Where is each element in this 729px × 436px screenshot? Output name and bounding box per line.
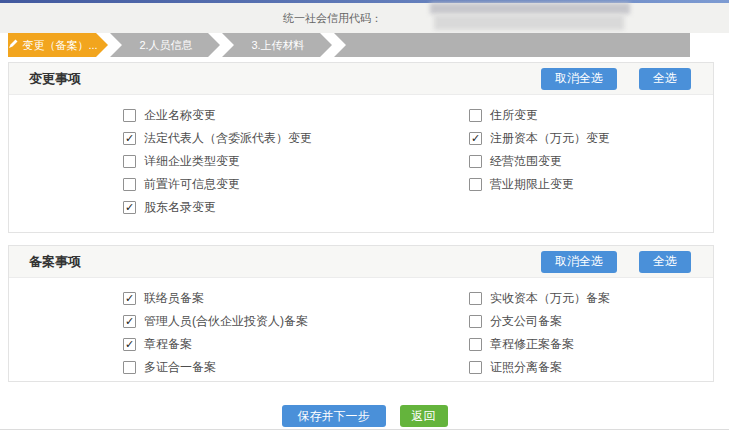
checkbox-item[interactable]: 法定代表人（含委派代表）变更 <box>123 127 469 150</box>
checkbox-label: 联络员备案 <box>144 290 204 307</box>
cancel-select-all-button[interactable]: 取消全选 <box>541 251 617 273</box>
checkbox-item[interactable]: 联络员备案 <box>123 287 469 310</box>
section-header: 备案事项 取消全选 全选 <box>9 246 713 278</box>
checkbox-item[interactable]: 章程备案 <box>123 333 469 356</box>
checkbox-item[interactable]: 证照分离备案 <box>469 356 610 379</box>
checkbox-item[interactable]: 分支公司备案 <box>469 310 610 333</box>
cancel-select-all-button[interactable]: 取消全选 <box>541 68 617 90</box>
checkbox[interactable] <box>469 132 482 145</box>
checkbox-label: 章程备案 <box>144 336 192 353</box>
checkbox-item[interactable]: 注册资本（万元）变更 <box>469 127 610 150</box>
checkbox[interactable] <box>123 178 136 191</box>
checkbox-item[interactable]: 前置许可信息变更 <box>123 173 469 196</box>
checkbox[interactable] <box>469 315 482 328</box>
bottom-divider <box>0 429 729 430</box>
checkbox-label: 经营范围变更 <box>490 153 562 170</box>
step-wizard: 变更（备案）... 2.人员信息 3.上传材料 <box>8 33 690 57</box>
checkbox-item[interactable]: 多证合一备案 <box>123 356 469 379</box>
redacted-credit-code-value <box>434 15 624 30</box>
checkbox-label: 企业名称变更 <box>144 107 216 124</box>
credit-code-label: 统一社会信用代码： <box>283 11 382 26</box>
checkbox[interactable] <box>123 132 136 145</box>
checkbox[interactable] <box>123 201 136 214</box>
checkbox[interactable] <box>469 109 482 122</box>
checkbox[interactable] <box>123 315 136 328</box>
checkbox-item[interactable]: 详细企业类型变更 <box>123 150 469 173</box>
page-header: 统一社会信用代码： <box>0 3 729 33</box>
checkbox-item[interactable]: 实收资本（万元）备案 <box>469 287 610 310</box>
checkbox-label: 管理人员(合伙企业投资人)备案 <box>144 313 308 330</box>
checkbox[interactable] <box>123 109 136 122</box>
checkbox-label: 分支公司备案 <box>490 313 562 330</box>
checkbox-label: 章程修正案备案 <box>490 336 574 353</box>
step-label: 2.人员信息 <box>139 38 192 53</box>
checkbox-item[interactable]: 企业名称变更 <box>123 104 469 127</box>
back-button[interactable]: 返回 <box>400 405 448 427</box>
checkbox[interactable] <box>123 338 136 351</box>
select-all-button[interactable]: 全选 <box>639 251 691 273</box>
step-3-upload-materials[interactable]: 3.上传材料 <box>222 33 332 57</box>
checkbox[interactable] <box>469 338 482 351</box>
section-change-items: 变更事项 取消全选 全选 企业名称变更 法定代表人（含委派代表）变更 详细企业类… <box>8 62 714 233</box>
pencil-icon <box>8 39 18 51</box>
checkbox-label: 实收资本（万元）备案 <box>490 290 610 307</box>
section-body: 企业名称变更 法定代表人（含委派代表）变更 详细企业类型变更 前置许可信息变更 … <box>9 95 713 219</box>
checkbox[interactable] <box>123 361 136 374</box>
section-title: 备案事项 <box>29 253 81 271</box>
checkbox-label: 证照分离备案 <box>490 359 562 376</box>
checkbox-item[interactable]: 经营范围变更 <box>469 150 610 173</box>
section-filing-items: 备案事项 取消全选 全选 联络员备案 管理人员(合伙企业投资人)备案 章程备案 … <box>8 245 714 382</box>
step-bar-filler <box>334 33 690 57</box>
checkbox-label: 法定代表人（含委派代表）变更 <box>144 130 312 147</box>
checkbox[interactable] <box>469 361 482 374</box>
step-label: 3.上传材料 <box>251 38 304 53</box>
checkbox-item[interactable]: 股东名录变更 <box>123 196 469 219</box>
checkbox[interactable] <box>469 178 482 191</box>
select-all-button[interactable]: 全选 <box>639 68 691 90</box>
section-body: 联络员备案 管理人员(合伙企业投资人)备案 章程备案 多证合一备案 实收资本（万… <box>9 278 713 379</box>
checkbox[interactable] <box>123 292 136 305</box>
section-header: 变更事项 取消全选 全选 <box>9 63 713 95</box>
checkbox-label: 详细企业类型变更 <box>144 153 240 170</box>
checkbox-label: 多证合一备案 <box>144 359 216 376</box>
save-and-next-button[interactable]: 保存并下一步 <box>282 405 386 427</box>
redacted-company-name <box>430 3 630 14</box>
checkbox-label: 住所变更 <box>490 107 538 124</box>
section-title: 变更事项 <box>29 70 81 88</box>
checkbox[interactable] <box>469 292 482 305</box>
checkbox-label: 前置许可信息变更 <box>144 176 240 193</box>
checkbox-item[interactable]: 住所变更 <box>469 104 610 127</box>
step-2-personnel-info[interactable]: 2.人员信息 <box>110 33 220 57</box>
step-1-change-filing[interactable]: 变更（备案）... <box>8 33 108 57</box>
footer-actions: 保存并下一步 返回 <box>0 405 729 427</box>
checkbox-item[interactable]: 管理人员(合伙企业投资人)备案 <box>123 310 469 333</box>
checkbox-item[interactable]: 章程修正案备案 <box>469 333 610 356</box>
checkbox-label: 营业期限止变更 <box>490 176 574 193</box>
checkbox[interactable] <box>469 155 482 168</box>
checkbox-label: 股东名录变更 <box>144 199 216 216</box>
checkbox[interactable] <box>123 155 136 168</box>
step-label: 变更（备案）... <box>22 38 97 53</box>
checkbox-item[interactable]: 营业期限止变更 <box>469 173 610 196</box>
checkbox-label: 注册资本（万元）变更 <box>490 130 610 147</box>
